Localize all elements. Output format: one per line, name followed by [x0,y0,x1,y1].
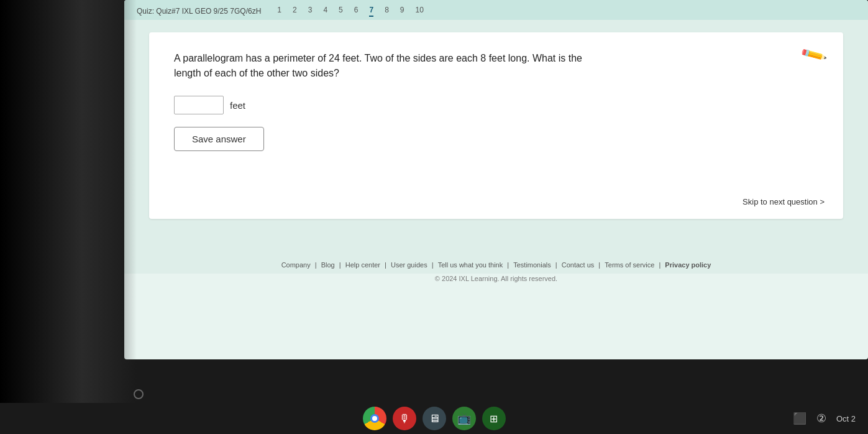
q-num-2[interactable]: 2 [293,6,297,17]
taskbar-right: ⬛ ② Oct 2 [793,412,856,425]
answer-unit: feet [230,100,245,111]
answer-input[interactable] [174,96,224,114]
q-num-7[interactable]: 7 [369,6,373,17]
q-num-10[interactable]: 10 [416,6,424,17]
quiz-header: Quiz: Quiz#7 IXL GEO 9/25 7GQ/6zH 1 2 3 … [124,0,868,20]
footer-terms[interactable]: Terms of service [605,261,654,269]
answer-row: feet [174,96,818,114]
screen: Quiz: Quiz#7 IXL GEO 9/25 7GQ/6zH 1 2 3 … [124,0,868,359]
footer-testimonials[interactable]: Testimonials [513,261,551,269]
content-area: ✏️ A parallelogram has a perimeter of 24… [124,20,868,256]
date-display: Oct 2 [836,414,856,423]
question-icon[interactable]: ② [816,412,826,425]
podcast-icon[interactable]: 🎙 [393,407,416,430]
q-num-5[interactable]: 5 [339,6,343,17]
chrome-icon[interactable] [363,407,386,430]
sheets-icon[interactable]: ⊞ [482,407,506,430]
footer-copyright: © 2024 IXL Learning. All rights reserved… [124,274,868,286]
q-num-4[interactable]: 4 [323,6,327,17]
quiz-title: Quiz: Quiz#7 IXL GEO 9/25 7GQ/6zH [137,7,261,16]
footer-links: Company | Blog | Help center | User guid… [124,256,868,274]
left-shadow [0,0,137,434]
footer-contact[interactable]: Contact us [562,261,595,269]
q-num-8[interactable]: 8 [385,6,389,17]
circle-indicator [134,389,144,399]
screen-icon[interactable]: ⬛ [793,412,806,425]
taskbar: 🎙 🖥 📺 ⊞ ⬛ ② Oct 2 [0,403,868,434]
footer-help[interactable]: Help center [345,261,380,269]
q-num-3[interactable]: 3 [308,6,313,17]
footer-company[interactable]: Company [281,261,311,269]
footer-feedback[interactable]: Tell us what you think [438,261,503,269]
q-num-9[interactable]: 9 [400,6,404,17]
skip-link[interactable]: Skip to next question > [742,197,825,206]
footer-privacy[interactable]: Privacy policy [665,261,711,269]
files-icon[interactable]: 🖥 [423,407,446,430]
question-numbers: 1 2 3 4 5 6 7 8 9 10 [277,6,424,17]
video-icon[interactable]: 📺 [452,407,476,430]
save-answer-button[interactable]: Save answer [174,127,264,151]
pencil-icon: ✏️ [799,40,828,69]
footer-guides[interactable]: User guides [391,261,427,269]
footer-blog[interactable]: Blog [321,261,335,269]
q-num-6[interactable]: 6 [354,6,359,17]
q-num-1[interactable]: 1 [277,6,281,17]
question-text: A parallelogram has a perimeter of 24 fe… [174,51,609,81]
question-card: ✏️ A parallelogram has a perimeter of 24… [149,32,843,219]
